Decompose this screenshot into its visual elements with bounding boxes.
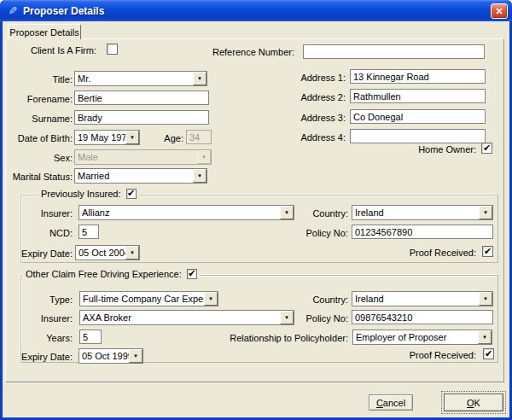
date-of-birth-dropdown-button[interactable]: ▼ <box>125 131 139 144</box>
other-experience-checkbox[interactable]: ✔ <box>187 269 197 279</box>
pi-insurer-dropdown-button[interactable]: ▼ <box>280 206 294 219</box>
pi-country-select[interactable]: Ireland ▼ <box>352 205 493 220</box>
sex-value: Male <box>75 150 197 164</box>
surname-input[interactable] <box>74 110 209 125</box>
date-of-birth-select[interactable]: 19 May 1970 ▼ <box>74 130 140 145</box>
address2-label: Address 2: <box>290 91 346 103</box>
oe-expiry-date-value: 05 Oct 1999 <box>79 349 129 363</box>
pi-expiry-date-select[interactable]: 05 Oct 2004 ▼ <box>75 245 140 260</box>
home-owner-label: Home Owner: <box>410 143 476 155</box>
checkmark-icon: ✔ <box>127 189 135 198</box>
dropdown-arrow-icon: ▼ <box>483 296 488 301</box>
home-owner-checkbox[interactable]: ✔ <box>481 143 492 154</box>
oe-type-dropdown-button[interactable]: ▼ <box>204 292 218 306</box>
date-of-birth-value: 19 May 1970 <box>75 131 125 144</box>
pi-expiry-date-value: 05 Oct 2004 <box>76 246 125 260</box>
address2-input[interactable] <box>350 89 486 103</box>
tab-proposer-details[interactable]: Proposer Details <box>8 24 81 39</box>
oe-policy-no-input[interactable] <box>352 310 493 324</box>
address4-label: Address 4: <box>290 131 346 143</box>
marital-status-dropdown-button[interactable]: ▼ <box>193 169 207 183</box>
title-value: Mr. <box>75 72 193 85</box>
pi-insurer-value: Allianz <box>79 206 280 219</box>
previously-insured-caption: Previously Insured: ✔ <box>38 188 140 200</box>
oe-country-value: Ireland <box>352 292 479 306</box>
title-select[interactable]: Mr. ▼ <box>74 71 207 86</box>
address4-input[interactable] <box>350 129 486 143</box>
sex-label: Sex: <box>4 152 73 164</box>
close-icon: ✕ <box>495 6 503 17</box>
oe-expiry-date-label: Expiry Date: <box>19 351 73 363</box>
sex-select: Male ▼ <box>74 149 212 165</box>
dropdown-arrow-icon: ▼ <box>201 155 207 160</box>
ok-button[interactable]: OK <box>444 394 503 411</box>
pi-expiry-date-dropdown-button[interactable]: ▼ <box>125 246 139 260</box>
checkmark-icon: ✔ <box>484 247 492 256</box>
pi-ncd-label: NCD: <box>21 227 73 239</box>
pi-country-dropdown-button[interactable]: ▼ <box>479 206 492 219</box>
client-is-a-firm-checkbox[interactable] <box>107 44 118 55</box>
oe-insurer-select[interactable]: AXA Broker ▼ <box>79 310 294 325</box>
oe-years-label: Years: <box>21 332 73 344</box>
oe-type-select[interactable]: Full-time Company Car Experience ▼ <box>79 291 218 306</box>
oe-expiry-date-dropdown-button[interactable]: ▼ <box>129 349 143 363</box>
pi-proof-received-label: Proof Received: <box>393 247 476 259</box>
window-title: Proposer Details <box>23 5 104 17</box>
oe-relationship-dropdown-button[interactable]: ▼ <box>478 330 492 344</box>
sex-dropdown-button: ▼ <box>197 150 211 164</box>
oe-expiry-date-select[interactable]: 05 Oct 1999 ▼ <box>79 348 143 364</box>
other-experience-label: Other Claim Free Driving Experience: <box>26 268 182 280</box>
pi-policy-no-input[interactable] <box>352 225 493 239</box>
address3-input[interactable] <box>350 109 486 124</box>
tab-label: Proposer Details <box>9 27 79 38</box>
pi-country-value: Ireland <box>352 206 479 219</box>
address3-label: Address 3: <box>290 112 346 124</box>
oe-relationship-select[interactable]: Employer of Proposer ▼ <box>352 330 492 345</box>
reference-number-label: Reference Number: <box>209 46 294 58</box>
proposer-details-window: ✎ Proposer Details ✕ Proposer Details Cl… <box>0 0 512 420</box>
surname-label: Surname: <box>4 113 73 125</box>
oe-insurer-dropdown-button[interactable]: ▼ <box>280 311 294 324</box>
marital-status-select[interactable]: Married ▼ <box>74 168 207 184</box>
oe-country-select[interactable]: Ireland ▼ <box>352 291 493 306</box>
title-dropdown-button[interactable]: ▼ <box>193 72 207 85</box>
client-is-a-firm-label: Client Is A Firm: <box>11 44 96 56</box>
dropdown-arrow-icon: ▼ <box>482 335 487 340</box>
oe-years-input[interactable] <box>79 330 102 344</box>
oe-relationship-value: Employer of Proposer <box>353 330 478 344</box>
oe-insurer-label: Insurer: <box>21 312 73 324</box>
oe-proof-received-checkbox[interactable]: ✔ <box>483 348 494 359</box>
oe-proof-received-label: Proof Received: <box>393 349 476 361</box>
checkmark-icon: ✔ <box>483 143 491 153</box>
previously-insured-checkbox[interactable]: ✔ <box>126 189 137 199</box>
pi-insurer-select[interactable]: Allianz ▼ <box>79 205 294 220</box>
reference-number-input[interactable] <box>303 44 485 59</box>
close-button[interactable]: ✕ <box>491 3 508 19</box>
ok-button-label: OK <box>467 398 480 408</box>
dropdown-arrow-icon: ▼ <box>208 296 213 301</box>
ok-focus-ring: OK <box>441 391 506 414</box>
address1-input[interactable] <box>350 69 486 84</box>
other-experience-caption: Other Claim Free Driving Experience: ✔ <box>22 268 201 280</box>
oe-type-value: Full-time Company Car Experience <box>80 292 204 306</box>
cancel-button[interactable]: Cancel <box>369 394 413 411</box>
dropdown-arrow-icon: ▼ <box>483 210 488 215</box>
dropdown-arrow-icon: ▼ <box>197 76 202 81</box>
pi-ncd-input[interactable] <box>79 225 99 239</box>
oe-insurer-value: AXA Broker <box>80 311 280 324</box>
pi-insurer-label: Insurer: <box>21 207 73 219</box>
previously-insured-label: Previously Insured: <box>41 188 121 200</box>
forename-input[interactable] <box>74 90 209 105</box>
oe-country-dropdown-button[interactable]: ▼ <box>479 292 492 306</box>
dropdown-arrow-icon: ▼ <box>284 315 289 320</box>
dropdown-arrow-icon: ▼ <box>133 353 138 359</box>
oe-type-label: Type: <box>21 294 73 306</box>
footer-separator <box>7 382 504 383</box>
pi-policy-no-label: Policy No: <box>297 227 348 239</box>
age-label: Age: <box>154 132 183 144</box>
titlebar[interactable]: ✎ Proposer Details ✕ <box>0 0 512 21</box>
pi-proof-received-checkbox[interactable]: ✔ <box>482 246 493 257</box>
pi-expiry-date-label: Expiry Date: <box>19 248 73 260</box>
cancel-button-label: Cancel <box>376 398 405 408</box>
oe-policy-no-label: Policy No: <box>297 312 348 324</box>
